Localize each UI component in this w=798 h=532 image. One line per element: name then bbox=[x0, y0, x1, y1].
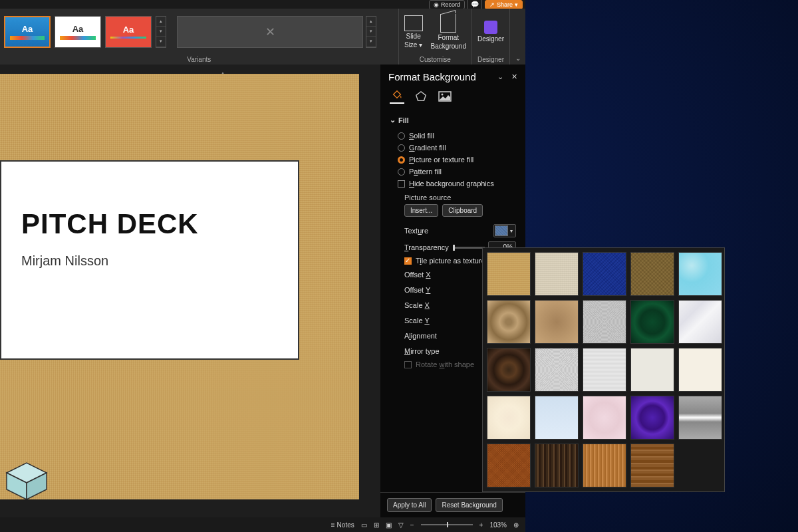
normal-view-button[interactable]: ▭ bbox=[361, 521, 367, 529]
texture-swatch-14[interactable] bbox=[630, 348, 674, 392]
texture-swatch-22[interactable] bbox=[535, 444, 579, 487]
comments-button[interactable]: 💬 bbox=[467, 0, 482, 9]
slideshow-button[interactable]: ▽ bbox=[398, 521, 404, 529]
slide: PITCH DECK Mirjam Nilsson bbox=[0, 74, 359, 499]
pane-options-button[interactable]: ⌄ bbox=[497, 72, 503, 81]
slide-title: PITCH DECK bbox=[21, 208, 278, 240]
apply-to-all-button[interactable]: Apply to All bbox=[387, 498, 432, 512]
svg-marker-3 bbox=[416, 92, 426, 101]
offsety-label: Offset Y bbox=[404, 286, 430, 294]
texture-swatch-3[interactable] bbox=[583, 252, 626, 296]
texture-swatch-19[interactable] bbox=[630, 396, 674, 440]
variants-more-button[interactable]: ▴▾▾ bbox=[156, 16, 166, 48]
pattern-fill-radio[interactable]: Pattern fill bbox=[390, 166, 516, 178]
zoom-out-button[interactable]: − bbox=[410, 521, 414, 529]
texture-swatch-20[interactable] bbox=[678, 396, 722, 440]
fit-to-window-button[interactable]: ⊕ bbox=[513, 521, 519, 529]
texture-swatch-7[interactable] bbox=[535, 300, 579, 344]
picture-source-label: Picture source bbox=[390, 190, 516, 204]
scaley-label: Scale Y bbox=[404, 317, 430, 325]
texture-swatch-24[interactable] bbox=[630, 444, 674, 487]
format-background-icon bbox=[440, 14, 456, 33]
titlebar: ◉ Record 💬 ↗ Share ▾ bbox=[0, 0, 525, 9]
slide-subtitle: Mirjam Nilsson bbox=[21, 253, 278, 269]
slide-canvas[interactable]: ▴ PITCH DECK Mirjam Nilsson bbox=[0, 65, 380, 517]
transparency-label: Transparency bbox=[404, 243, 485, 251]
designer-group-label: Designer bbox=[477, 55, 504, 65]
variants-group-label: Variants bbox=[0, 55, 398, 65]
powerpoint-window: ◉ Record 💬 ↗ Share ▾ Aa Aa Aa ▴▾▾ ✕ ▴▾▾ … bbox=[0, 0, 525, 532]
pane-close-button[interactable]: ✕ bbox=[511, 72, 517, 81]
variants-group: Aa Aa Aa ▴▾▾ ✕ ▴▾▾ Variants bbox=[0, 9, 398, 65]
ribbon: Aa Aa Aa ▴▾▾ ✕ ▴▾▾ Variants SlideSize ▾ bbox=[0, 9, 525, 65]
designer-group: Designer Designer bbox=[471, 9, 509, 65]
slide-textbox[interactable]: PITCH DECK Mirjam Nilsson bbox=[0, 160, 299, 360]
texture-swatch-16[interactable] bbox=[487, 396, 531, 440]
texture-swatch-10[interactable] bbox=[678, 300, 722, 344]
sorter-view-button[interactable]: ⊞ bbox=[374, 521, 379, 529]
fill-tab[interactable] bbox=[390, 89, 404, 104]
texture-swatch-18[interactable] bbox=[583, 396, 626, 440]
status-bar: ≡ Notes ▭ ⊞ ▣ ▽ − + 103% ⊕ bbox=[0, 517, 525, 532]
effects-tab[interactable] bbox=[414, 89, 428, 104]
scalex-label: Scale X bbox=[404, 301, 430, 309]
texture-swatch-23[interactable] bbox=[583, 444, 626, 487]
workspace: ▴ PITCH DECK Mirjam Nilsson Format Backg… bbox=[0, 65, 525, 517]
texture-swatch-21[interactable] bbox=[487, 444, 531, 487]
zoom-slider[interactable] bbox=[421, 524, 473, 525]
texture-swatch-2[interactable] bbox=[535, 252, 579, 296]
reading-view-button[interactable]: ▣ bbox=[386, 521, 392, 529]
svg-point-5 bbox=[442, 94, 444, 96]
format-background-button[interactable]: FormatBackground bbox=[431, 14, 466, 50]
texture-swatch-9[interactable] bbox=[630, 300, 674, 344]
designer-icon bbox=[484, 21, 497, 34]
texture-swatch-8[interactable] bbox=[583, 300, 626, 344]
offsetx-label: Offset X bbox=[404, 271, 431, 279]
gradient-fill-radio[interactable]: Gradient fill bbox=[390, 142, 516, 154]
picture-texture-fill-radio[interactable]: Picture or texture fill bbox=[390, 154, 516, 166]
slide-graphic-cube bbox=[0, 446, 53, 499]
slide-size-icon bbox=[404, 15, 423, 31]
texture-swatch-13[interactable] bbox=[583, 348, 626, 392]
texture-swatch-11[interactable] bbox=[487, 348, 531, 392]
texture-swatch-6[interactable] bbox=[487, 300, 531, 344]
pane-title: Format Background bbox=[388, 71, 476, 82]
effects-more-button[interactable]: ▴▾▾ bbox=[366, 16, 376, 48]
share-button[interactable]: ↗ Share ▾ bbox=[485, 0, 523, 9]
texture-gallery-popup bbox=[482, 247, 725, 492]
fill-section-header[interactable]: ⌄Fill bbox=[390, 116, 516, 124]
reset-background-button[interactable]: Reset Background bbox=[436, 498, 502, 512]
zoom-level[interactable]: 103% bbox=[489, 521, 507, 529]
ribbon-collapse-button[interactable]: ⌄ bbox=[509, 9, 525, 65]
effect-thumb[interactable]: ✕ bbox=[177, 16, 363, 48]
slide-size-button[interactable]: SlideSize ▾ bbox=[404, 15, 423, 49]
texture-swatch-4[interactable] bbox=[630, 252, 674, 296]
texture-swatch-12[interactable] bbox=[535, 348, 579, 392]
texture-swatch-1[interactable] bbox=[487, 252, 531, 296]
solid-fill-radio[interactable]: Solid fill bbox=[390, 130, 516, 142]
alignment-label: Alignment bbox=[404, 332, 437, 340]
insert-button[interactable]: Insert... bbox=[404, 204, 438, 217]
texture-swatch-15[interactable] bbox=[678, 348, 722, 392]
texture-label: Texture bbox=[404, 227, 428, 235]
customise-group-label: Customise bbox=[404, 55, 466, 65]
texture-swatch-5[interactable] bbox=[678, 252, 722, 296]
variant-thumb-3[interactable]: Aa bbox=[105, 16, 152, 48]
hide-graphics-checkbox[interactable]: Hide background graphics bbox=[390, 178, 516, 190]
notes-button[interactable]: ≡ Notes bbox=[331, 521, 354, 529]
pane-tabs bbox=[380, 89, 525, 109]
variant-thumb-1[interactable]: Aa bbox=[4, 16, 51, 48]
record-button[interactable]: ◉ Record bbox=[429, 0, 465, 9]
zoom-in-button[interactable]: + bbox=[479, 521, 483, 529]
texture-dropdown[interactable] bbox=[493, 224, 516, 237]
texture-swatch-empty bbox=[678, 444, 722, 487]
picture-tab[interactable] bbox=[438, 89, 452, 104]
clipboard-button[interactable]: Clipboard bbox=[442, 204, 483, 217]
customise-group: SlideSize ▾ FormatBackground Customise bbox=[398, 9, 471, 65]
variant-thumb-2[interactable]: Aa bbox=[55, 16, 101, 48]
mirror-label: Mirror type bbox=[404, 347, 440, 355]
texture-swatch-17[interactable] bbox=[535, 396, 579, 440]
transparency-slider[interactable] bbox=[453, 247, 485, 249]
designer-button[interactable]: Designer bbox=[477, 21, 504, 43]
